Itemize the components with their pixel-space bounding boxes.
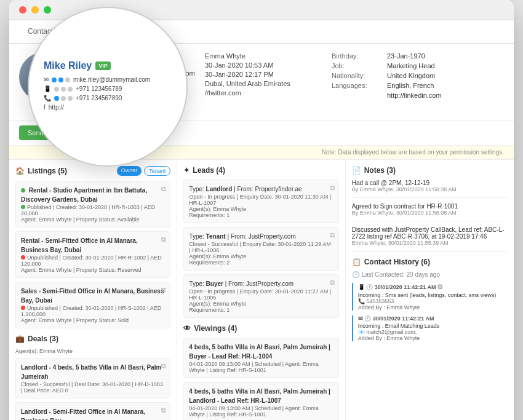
deals-label: Deals (3) [28, 335, 58, 343]
magnify-circle: Mike Riley VIP ✉ mike.riley@dummymail.co… [28, 7, 188, 167]
close-button[interactable] [19, 6, 26, 14]
magnify-phone2-row: 📞 +971 234567890 [44, 95, 172, 101]
lead-item: ⧉ Type: Buyer | From: JustProperty.com O… [183, 274, 338, 318]
leads-header: ✦ Leads (4) [183, 166, 338, 175]
nationality-row: Nationality: United Kingdom [332, 72, 504, 79]
twitter-row: //twitter.com [205, 89, 322, 97]
notes-icon: 📄 [352, 166, 361, 175]
profile-right: Birthday: 23-Jan-1970 Job: Marketing Hea… [332, 52, 504, 111]
listing-item: ⧉ Rental - Studio Apartment in Ibn Battu… [15, 181, 170, 228]
deals-icon: 💼 [15, 335, 25, 343]
minimize-button[interactable] [31, 6, 39, 14]
email-icon2: ✉ [358, 315, 363, 322]
deal-item: ⧉ Landlord - Semi-Fitted Office in Al Ma… [15, 402, 170, 420]
phone2-icon: 📞 [44, 95, 51, 101]
contact-info-mid: Emma Whyte 30-Jan-2020 10:53 AM 30-Jan-2… [205, 52, 322, 111]
deals-header: 💼 Deals (3) [15, 335, 170, 343]
copy-icon[interactable]: ⧉ [161, 185, 166, 193]
history-item: 📱 🕐 30/01/2020 11:42:21 AM ⧉ Incoming : … [352, 283, 508, 311]
column-notes-history: 📄 Notes (3) Had a call @ 2PM, 12-12-19 B… [346, 160, 514, 420]
notes-header: 📄 Notes (3) [352, 166, 508, 175]
copy-icon[interactable]: ⧉ [161, 286, 166, 294]
viewings-label: Viewings (4) [194, 324, 237, 333]
listings-label: Listings (5) [28, 167, 67, 175]
note-item: Discussed with JustProperty CallBack, Le… [352, 226, 508, 252]
copy-icon[interactable]: ⧉ [437, 283, 442, 290]
viewing-item: 4 beds, 5 baths Villa in Al Basri, Palm … [183, 382, 338, 420]
leads-title: ✦ Leads (4) [183, 166, 225, 175]
clock-icon: 🕐 [352, 271, 359, 278]
main-grid: 🏠 Listings (5) Owner Tenant ⧉ Rental - S… [9, 159, 514, 420]
column-leads-viewings: ✦ Leads (4) ⧉ Type: Landlord | From: Pro… [177, 160, 345, 420]
listings-header: 🏠 Listings (5) Owner Tenant [15, 166, 170, 176]
owner-badge[interactable]: Owner [117, 166, 142, 176]
deal-item: ⧉ Landlord - 4 beds, 5 baths Villa in Al… [15, 358, 170, 398]
column-listings-deals: 🏠 Listings (5) Owner Tenant ⧉ Rental - S… [9, 160, 177, 420]
email-icon: ✉ [44, 76, 49, 83]
history-icon: 📋 [352, 258, 361, 266]
job-row: Job: Marketing Head [332, 62, 504, 69]
phone-icon: 📱 [44, 85, 51, 92]
viewings-title: 👁 Viewings (4) [183, 324, 237, 333]
viewings-icon: 👁 [183, 324, 191, 333]
assigned-agent-row: Emma Whyte [205, 52, 322, 60]
clock-icon2: 🕐 [366, 284, 373, 290]
phone-icon: 📱 [358, 284, 365, 290]
linkedin-row: http://linkedin.com [332, 92, 504, 99]
leads-icon: ✦ [183, 166, 190, 175]
magnify-phone1-row: 📱 +971 123456789 [44, 85, 172, 92]
copy-icon[interactable]: ⧉ [330, 231, 335, 239]
lead-item: ⧉ Type: Tenant | From: JustProperty.com … [183, 227, 338, 271]
copy-icon[interactable]: ⧉ [161, 362, 166, 370]
note-item: Agreed to Sign contract for HR-R-1001 By… [352, 203, 508, 221]
note-item: Had a call @ 2PM, 12-12-19 By Emma Whyte… [352, 180, 508, 198]
copy-icon[interactable]: ⧉ [330, 184, 335, 192]
last-contacted: 🕐 Last Contacted: 20 days ago [352, 271, 508, 278]
listings-badge-group: Owner Tenant [117, 166, 171, 176]
copy-icon[interactable]: ⧉ [161, 236, 166, 244]
profile-section-wrapper: Mike Riley VIP ✉ mike.riley@dummymail.co… [9, 44, 514, 121]
maximize-button[interactable] [44, 6, 51, 14]
languages-row: Languages: English, French [332, 82, 504, 89]
copy-icon[interactable]: ⧉ [161, 406, 166, 414]
last-contact1-row: 30-Jan-2020 10:53 AM [205, 61, 322, 69]
magnify-name: Mike Riley VIP [44, 60, 172, 71]
contact-history-title: 📋 Contact History (6) [352, 258, 430, 266]
vip-badge: VIP [95, 61, 111, 70]
tenant-badge[interactable]: Tenant [144, 166, 170, 176]
magnify-email-row: ✉ mike.riley@dummymail.com [44, 76, 172, 83]
history-label: Contact History (6) [364, 258, 430, 266]
viewings-header: 👁 Viewings (4) [183, 324, 338, 333]
history-item: ✉ 🕐 30/01/2020 11:42:21 AM Incoming : Em… [352, 315, 508, 341]
app-window: Contact Details 360° Contact 360 Mike Ri… [9, 0, 514, 420]
notes-title: 📄 Notes (3) [352, 166, 396, 175]
facebook-icon: f [44, 104, 46, 111]
birthday-row: Birthday: 23-Jan-1970 [332, 52, 504, 60]
clock-icon3: 🕐 [364, 315, 371, 322]
location-row: Dubai, United Arab Emirates [205, 80, 322, 87]
lead-item: ⧉ Type: Landlord | From: Propertyfinder.… [183, 180, 338, 223]
listings-icon: 🏠 [15, 167, 25, 175]
contact-history-header: 📋 Contact History (6) [352, 258, 508, 266]
deals-title: 💼 Deals (3) [15, 335, 58, 343]
listing-item: ⧉ Sales - Semi-Fitted Office in Al Manar… [15, 282, 170, 328]
magnify-fb-row: f http:// [44, 104, 172, 111]
listings-title: 🏠 Listings (5) [15, 167, 67, 175]
deals-agent: Agent(s): Emma Whyte [15, 348, 170, 354]
leads-label: Leads (4) [193, 166, 225, 175]
viewing-item: 4 beds, 5 baths Villa in Al Basri, Palm … [183, 338, 338, 378]
notes-label: Notes (3) [364, 166, 396, 175]
listing-item: ⧉ Rental - Semi-Fitted Office in Al Mana… [15, 231, 170, 278]
last-contact2-row: 30-Jan-2020 12:17 PM [205, 71, 322, 78]
copy-icon[interactable]: ⧉ [330, 279, 335, 287]
